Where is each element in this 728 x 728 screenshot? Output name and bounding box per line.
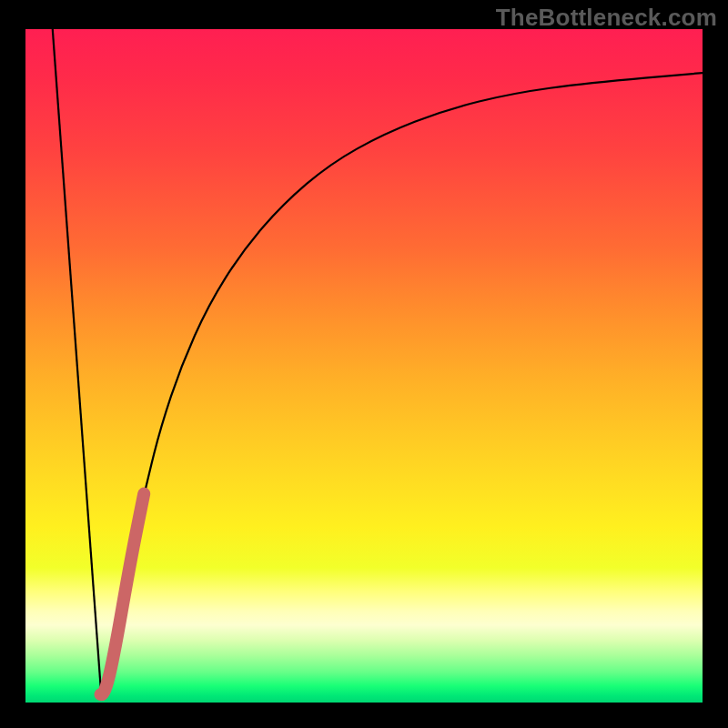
plot-area (25, 29, 703, 703)
left-descent-curve (53, 29, 102, 696)
curve-layer (25, 29, 703, 703)
highlight-segment (101, 494, 145, 695)
chart-frame: TheBottleneck.com (0, 0, 728, 728)
right-ascent-curve (101, 73, 703, 696)
watermark-text: TheBottleneck.com (496, 4, 717, 32)
